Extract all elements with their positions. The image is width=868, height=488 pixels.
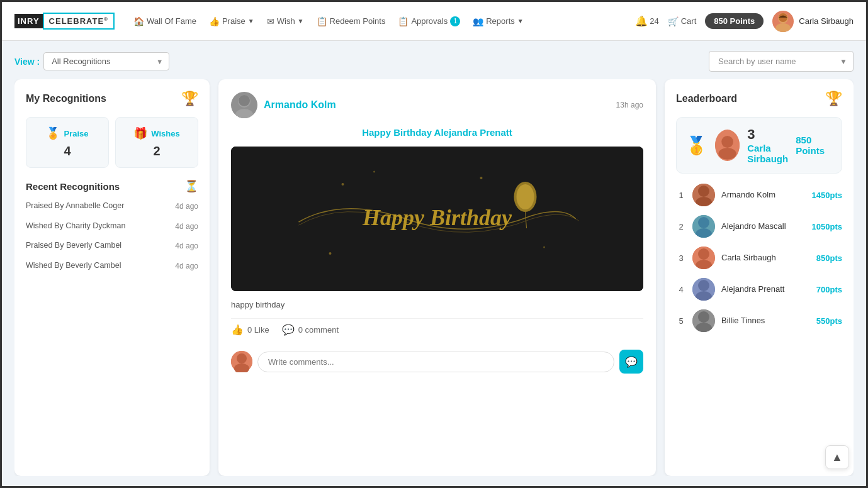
comment-send-button[interactable]: 💬 xyxy=(619,350,643,374)
lb-rank-0: 1 xyxy=(676,191,686,200)
lb-featured-rank: 3 xyxy=(747,126,788,143)
lb-featured: 🥇 3 Carla Sirbaugh 850 Points xyxy=(676,117,842,174)
search-dropdown[interactable]: Search by user name xyxy=(709,51,854,72)
user-name-nav: Carla Sirbaugh xyxy=(799,16,854,26)
lb-name-3: Alejandra Prenatt xyxy=(721,284,810,295)
svg-point-13 xyxy=(480,177,483,179)
svg-point-17 xyxy=(237,353,247,363)
bell-count: 24 xyxy=(650,16,658,26)
nav-redeem-points[interactable]: 📋 Redeem Points xyxy=(317,16,386,26)
praise-card-label: Praise xyxy=(64,129,88,138)
commenter-avatar xyxy=(231,351,252,372)
comment-icon: 💬 xyxy=(282,324,295,336)
approvals-badge: 1 xyxy=(450,16,460,26)
post-user: Armando Kolm xyxy=(231,92,336,118)
svg-point-9 xyxy=(517,184,534,209)
svg-point-5 xyxy=(239,95,250,106)
nav-reports-label: Reports xyxy=(486,16,515,26)
comment-area: 💬 xyxy=(231,350,643,374)
home-icon: 🏠 xyxy=(133,16,144,26)
wishes-card-icon: 🎁 xyxy=(133,126,147,140)
reports-dropdown-arrow: ▼ xyxy=(517,18,524,25)
lb-rank-1: 2 xyxy=(676,222,686,231)
points-button[interactable]: 850 Points xyxy=(705,13,764,29)
comment-input[interactable] xyxy=(257,352,614,372)
nav-wall-of-fame-label: Wall Of Fame xyxy=(147,16,196,26)
logo[interactable]: INRY CELEBRATE® xyxy=(14,13,115,30)
scroll-top-button[interactable]: ▲ xyxy=(825,445,849,469)
post-caption: happy birthday xyxy=(231,300,643,309)
rec-item-1: Wished By Charity Dyckman 4d ago xyxy=(26,221,198,232)
view-dropdown[interactable]: All Recognitions xyxy=(43,52,169,70)
rec-item-text-0: Praised By Annabelle Coger xyxy=(26,201,124,212)
rec-item-time-0: 4d ago xyxy=(175,202,198,211)
post-username: Armando Kolm xyxy=(264,99,336,111)
svg-point-26 xyxy=(698,217,709,228)
lb-icon: 🏆 xyxy=(825,91,842,107)
praise-card-icon: 🏅 xyxy=(46,126,60,140)
svg-point-4 xyxy=(235,109,253,118)
rec-item-text-1: Wished By Charity Dyckman xyxy=(26,221,125,232)
view-label: View : xyxy=(14,57,40,67)
lb-avatar-2 xyxy=(692,247,715,269)
lb-pts-0: 1450pts xyxy=(812,191,842,200)
praise-icon: 👍 xyxy=(209,16,220,26)
send-icon: 💬 xyxy=(625,356,638,368)
wishes-card[interactable]: 🎁 Wishes 2 xyxy=(115,117,198,168)
lb-header: Leaderboard 🏆 xyxy=(676,91,842,107)
columns: My Recognitions 🏆 🏅 Praise 4 🎁 xyxy=(14,79,854,476)
lb-avatar-3 xyxy=(692,278,715,301)
post-header: Armando Kolm 13h ago xyxy=(231,92,643,118)
wish-dropdown-arrow: ▼ xyxy=(298,18,304,25)
wish-icon: ✉ xyxy=(267,16,274,26)
post-title: Happy Birthday Alejandra Prenatt xyxy=(231,127,643,138)
lb-pts-2: 850pts xyxy=(816,253,842,263)
birthday-card: Happy Birthday xyxy=(231,147,643,291)
wishes-count: 2 xyxy=(153,144,160,158)
nav-wish[interactable]: ✉ Wish ▼ xyxy=(267,16,304,26)
wishes-card-label: Wishes xyxy=(151,129,179,138)
like-icon: 👍 xyxy=(231,324,244,336)
cart-area[interactable]: 🛒 Cart xyxy=(668,16,697,26)
user-area[interactable]: Carla Sirbaugh xyxy=(772,11,854,32)
lb-featured-points: 850 Points xyxy=(796,135,833,156)
panel-title: My Recognitions xyxy=(26,93,106,104)
comment-button[interactable]: 💬 0 comment xyxy=(282,324,339,336)
recognition-list: Praised By Annabelle Coger 4d ago Wished… xyxy=(26,201,198,271)
svg-point-11 xyxy=(342,183,344,186)
lb-medal-icon: 🥇 xyxy=(685,135,707,156)
nav-praise-label: Praise xyxy=(222,16,245,26)
lb-avatar-1 xyxy=(692,215,715,238)
rec-item-time-1: 4d ago xyxy=(175,222,198,231)
lb-pts-4: 550pts xyxy=(816,316,842,326)
svg-point-14 xyxy=(543,247,545,248)
svg-point-29 xyxy=(698,248,709,260)
lb-name-2: Carla Sirbaugh xyxy=(721,253,810,263)
cart-label: Cart xyxy=(681,16,697,26)
nav-approvals-label: Approvals xyxy=(411,16,448,26)
svg-point-15 xyxy=(329,252,332,255)
recent-title: Recent Recognitions xyxy=(26,181,120,192)
rec-item-text-2: Praised By Beverly Cambel xyxy=(26,240,121,252)
lb-avatar-4 xyxy=(692,309,715,332)
nav-wall-of-fame[interactable]: 🏠 Wall Of Fame xyxy=(133,16,196,26)
praise-dropdown-arrow: ▼ xyxy=(248,18,254,25)
nav-reports[interactable]: 👥 Reports ▼ xyxy=(473,16,523,26)
bell-area[interactable]: 🔔 24 xyxy=(635,15,658,27)
nav-approvals[interactable]: 📋 Approvals 1 xyxy=(398,16,460,26)
svg-point-21 xyxy=(718,148,736,160)
approvals-icon: 📋 xyxy=(398,16,409,26)
nav-wish-label: Wish xyxy=(277,16,295,26)
praise-card[interactable]: 🏅 Praise 4 xyxy=(26,117,109,168)
lb-featured-name: Carla Sirbaugh xyxy=(747,143,788,164)
left-panel: My Recognitions 🏆 🏅 Praise 4 🎁 xyxy=(14,79,210,476)
like-button[interactable]: 👍 0 Like xyxy=(231,324,269,336)
lb-name-0: Armando Kolm xyxy=(721,190,806,201)
post-avatar xyxy=(231,92,257,118)
lb-list: 1 Armando Kolm 1450pts 2 xyxy=(676,184,842,332)
lb-item-0: 1 Armando Kolm 1450pts xyxy=(676,184,842,206)
lb-title: Leaderboard xyxy=(676,93,737,104)
reports-icon: 👥 xyxy=(473,16,483,26)
lb-item-2: 3 Carla Sirbaugh 850pts xyxy=(676,247,842,269)
nav-praise[interactable]: 👍 Praise ▼ xyxy=(209,16,254,26)
